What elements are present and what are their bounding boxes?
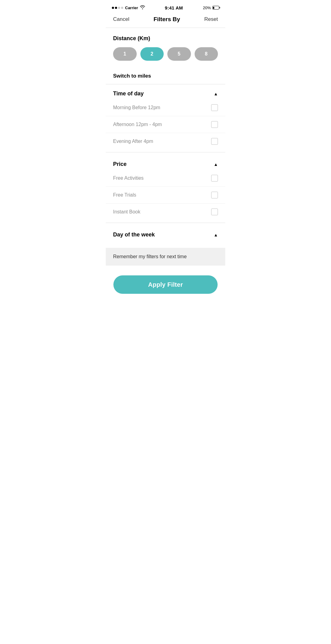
time-morning-label: Morning Before 12pm: [113, 105, 160, 110]
day-of-week-header: Day of the week ▲: [106, 225, 225, 243]
price-instant-book-label: Instant Book: [113, 209, 140, 215]
time-price-divider: [106, 152, 225, 152]
nav-bar: Cancel Filters By Reset: [106, 13, 225, 28]
price-free-trials-label: Free Trials: [113, 192, 136, 198]
signal-dot-3: [118, 7, 120, 9]
signal-dot-2: [115, 7, 117, 9]
price-day-divider: [106, 223, 225, 223]
battery-percent: 20%: [203, 6, 211, 10]
time-morning-item[interactable]: Morning Before 12pm: [106, 99, 225, 116]
wifi-icon: [140, 5, 145, 10]
signal-dots: [112, 7, 123, 9]
time-evening-checkbox[interactable]: [211, 138, 218, 145]
time-evening-item[interactable]: Evening After 4pm: [106, 133, 225, 150]
remember-filters-bar: Remember my filters for next time: [106, 248, 225, 266]
time-afternoon-item[interactable]: Afternoon 12pm - 4pm: [106, 116, 225, 133]
price-header: Price ▲: [106, 155, 225, 167]
price-instant-book-checkbox[interactable]: [211, 209, 218, 215]
price-free-activities-label: Free Activities: [113, 175, 144, 181]
distance-section: Distance (Km) 1 2 5 8: [106, 28, 225, 61]
price-title: Price: [113, 161, 127, 167]
time-of-day-header: Time of day ▲: [106, 84, 225, 97]
price-free-trials-checkbox[interactable]: [211, 192, 218, 198]
distance-pill-1[interactable]: 1: [113, 47, 137, 61]
time-morning-checkbox[interactable]: [211, 104, 218, 111]
price-list: Free Activities Free Trials Instant Book: [106, 167, 225, 223]
apply-filter-button[interactable]: Apply Filter: [113, 275, 218, 294]
price-chevron-icon[interactable]: ▲: [214, 162, 218, 167]
status-left: Carrier: [112, 5, 145, 10]
price-free-activities-item[interactable]: Free Activities: [106, 170, 225, 187]
status-right: 20%: [203, 6, 219, 10]
time-of-day-list: Morning Before 12pm Afternoon 12pm - 4pm…: [106, 97, 225, 152]
carrier-label: Carrier: [125, 6, 138, 10]
reset-button[interactable]: Reset: [204, 16, 218, 22]
switch-to-miles[interactable]: Switch to miles: [106, 68, 225, 84]
time-of-day-title: Time of day: [113, 90, 144, 97]
cancel-button[interactable]: Cancel: [113, 16, 129, 22]
page-title: Filters By: [154, 16, 180, 23]
day-of-week-title: Day of the week: [113, 232, 155, 238]
time-afternoon-label: Afternoon 12pm - 4pm: [113, 122, 162, 127]
time-evening-label: Evening After 4pm: [113, 139, 153, 144]
price-instant-book-item[interactable]: Instant Book: [106, 204, 225, 220]
distance-title: Distance (Km): [113, 35, 218, 42]
distance-pills: 1 2 5 8: [113, 47, 218, 61]
price-free-activities-checkbox[interactable]: [211, 175, 218, 182]
distance-pill-5[interactable]: 5: [167, 47, 191, 61]
day-of-week-chevron-icon[interactable]: ▲: [214, 232, 218, 237]
distance-pill-8[interactable]: 8: [195, 47, 218, 61]
battery-icon: [212, 6, 219, 10]
time-afternoon-checkbox[interactable]: [211, 121, 218, 128]
status-bar: Carrier 9:41 AM 20%: [106, 0, 225, 13]
status-time: 9:41 AM: [165, 5, 183, 10]
apply-filter-container: Apply Filter: [106, 266, 225, 306]
distance-pill-2[interactable]: 2: [140, 47, 164, 61]
price-free-trials-item[interactable]: Free Trials: [106, 187, 225, 204]
signal-dot-4: [121, 7, 123, 9]
signal-dot-1: [112, 7, 114, 9]
time-of-day-chevron-icon[interactable]: ▲: [214, 91, 218, 96]
